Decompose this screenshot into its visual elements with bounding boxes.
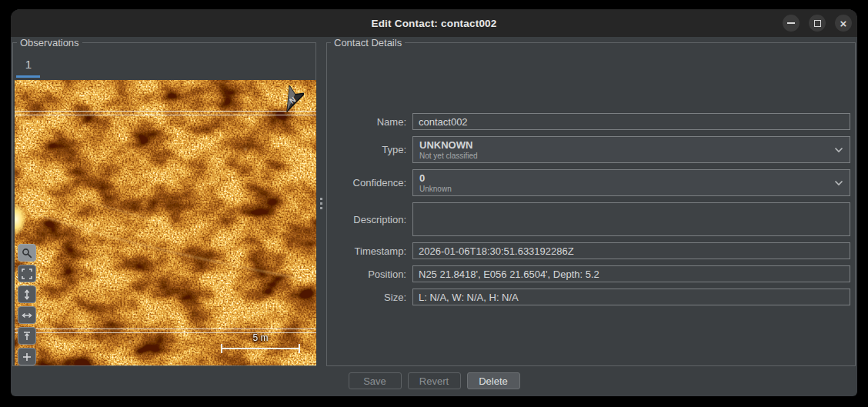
type-label: Type: bbox=[333, 136, 406, 163]
window-controls: × bbox=[783, 15, 852, 32]
scale-bar-rule bbox=[221, 344, 300, 353]
minimize-icon bbox=[787, 22, 795, 24]
contact-details-form: Name: Type: UNKNOWN Not yet classified C… bbox=[333, 113, 850, 305]
close-icon: × bbox=[840, 18, 847, 29]
contact-details-group: Contact Details Name: Type: UNKNOWN Not … bbox=[326, 42, 856, 366]
north-arrow-icon: N bbox=[281, 85, 304, 115]
position-label: Position: bbox=[333, 265, 406, 282]
name-field[interactable] bbox=[412, 113, 850, 130]
observations-legend: Observations bbox=[17, 37, 82, 48]
action-buttons: Save Revert Delete bbox=[11, 372, 857, 389]
crosshair-tool-button[interactable] bbox=[18, 348, 36, 365]
position-field[interactable] bbox=[412, 265, 850, 282]
confidence-dropdown[interactable]: 0 Unknown bbox=[412, 169, 850, 196]
delete-button[interactable]: Delete bbox=[467, 372, 520, 389]
timestamp-field[interactable] bbox=[412, 242, 850, 259]
expand-vertical-icon bbox=[22, 289, 32, 300]
sonar-image bbox=[15, 80, 316, 365]
scale-bar: 5 m bbox=[221, 332, 300, 353]
maximize-button[interactable] bbox=[809, 15, 826, 32]
confidence-value: 0 bbox=[419, 172, 830, 185]
crosshair-icon bbox=[22, 352, 32, 362]
close-button[interactable]: × bbox=[835, 15, 852, 32]
magnifier-tool-button[interactable] bbox=[18, 244, 36, 262]
titlebar[interactable]: Edit Contact: contact002 × bbox=[11, 9, 857, 37]
sonar-image-viewer[interactable]: N 5 m bbox=[15, 80, 316, 365]
confidence-label: Confidence: bbox=[333, 169, 406, 196]
panel-splitter-handle[interactable] bbox=[318, 198, 324, 215]
expand-horizontal-tool-button[interactable] bbox=[18, 306, 36, 324]
revert-button[interactable]: Revert bbox=[408, 372, 461, 389]
size-label: Size: bbox=[333, 289, 406, 305]
fit-view-tool-button[interactable] bbox=[18, 265, 36, 282]
type-dropdown[interactable]: UNKNOWN Not yet classified bbox=[412, 136, 850, 163]
scale-bar-label: 5 m bbox=[221, 332, 300, 343]
snap-top-icon bbox=[22, 331, 32, 342]
save-button[interactable]: Save bbox=[349, 372, 402, 389]
sensor-track-line-top bbox=[15, 111, 316, 115]
expand-vertical-tool-button[interactable] bbox=[18, 285, 36, 303]
fit-view-icon bbox=[22, 269, 32, 279]
observations-group: Observations 1 bbox=[12, 42, 316, 366]
tab-active-indicator bbox=[16, 75, 40, 78]
magnifier-icon bbox=[22, 248, 32, 259]
expand-horizontal-icon bbox=[22, 310, 32, 321]
edit-contact-dialog: Edit Contact: contact002 × Observations … bbox=[11, 9, 857, 396]
chevron-down-icon bbox=[834, 180, 843, 186]
name-label: Name: bbox=[333, 113, 406, 130]
maximize-icon bbox=[814, 20, 821, 27]
description-field[interactable] bbox=[412, 202, 850, 236]
sonar-toolbar bbox=[18, 244, 36, 365]
type-description: Not yet classified bbox=[419, 152, 830, 161]
size-field[interactable] bbox=[412, 289, 850, 305]
snap-top-tool-button[interactable] bbox=[18, 327, 36, 345]
minimize-button[interactable] bbox=[783, 15, 800, 32]
type-value: UNKNOWN bbox=[419, 139, 830, 152]
confidence-description: Unknown bbox=[419, 185, 830, 194]
window-title: Edit Contact: contact002 bbox=[371, 18, 496, 29]
timestamp-label: Timestamp: bbox=[333, 242, 406, 259]
chevron-down-icon bbox=[834, 147, 843, 153]
observation-tab-1[interactable]: 1 bbox=[16, 55, 41, 74]
description-label: Description: bbox=[333, 202, 406, 236]
contact-details-legend: Contact Details bbox=[331, 37, 405, 48]
